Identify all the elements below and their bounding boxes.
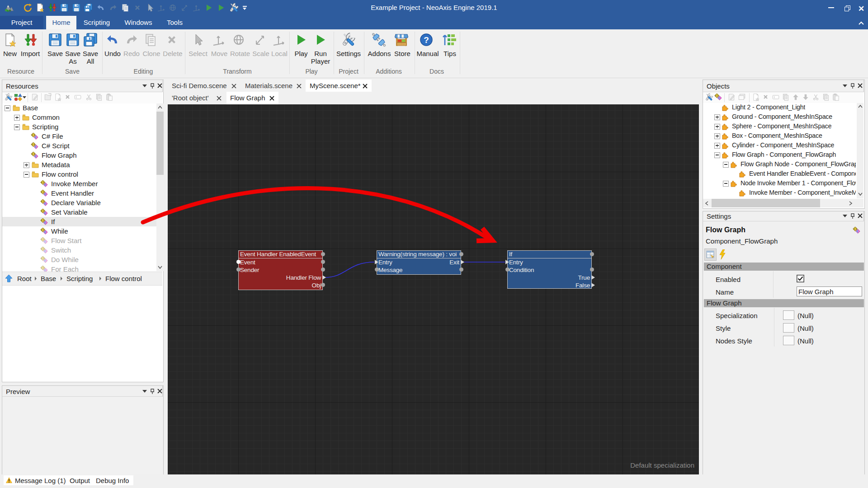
svg-text:?: ? (424, 35, 429, 45)
